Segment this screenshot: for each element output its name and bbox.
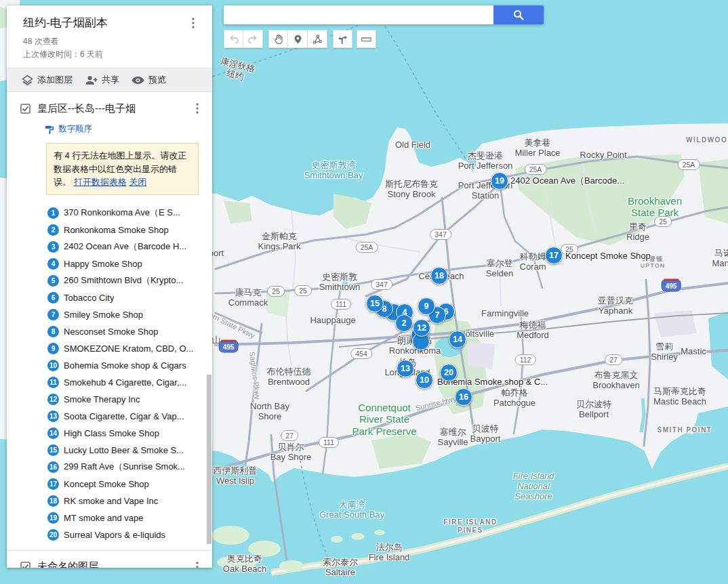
place-name: Koncept Smoke Shop bbox=[64, 479, 149, 489]
draw-line-icon bbox=[312, 34, 323, 45]
directions-button[interactable] bbox=[333, 30, 352, 48]
map-marker[interactable]: 16 bbox=[455, 388, 472, 406]
map-marker[interactable]: 14 bbox=[449, 331, 466, 348]
place-name: 260 Smithtown Blvd（Krypto... bbox=[64, 274, 183, 287]
layer2-menu-button[interactable] bbox=[189, 559, 205, 568]
add-layer-button[interactable]: 添加图层 bbox=[22, 74, 73, 86]
place-number-badge: 7 bbox=[47, 309, 59, 320]
map-marker-number: 17 bbox=[549, 251, 559, 260]
map-marker-number: 13 bbox=[401, 364, 410, 373]
place-number-badge: 14 bbox=[47, 427, 59, 439]
place-list-item[interactable]: 32402 Ocean Ave（Barcode H... bbox=[20, 238, 205, 255]
place-list-item[interactable]: 12Smoke Therapy Inc bbox=[20, 391, 205, 408]
place-number-badge: 3 bbox=[47, 241, 59, 253]
map-menu-button[interactable] bbox=[185, 15, 201, 31]
layer1-name[interactable]: 皇后区--长岛---电子烟 bbox=[37, 102, 189, 115]
place-list-item[interactable]: 11Smokehub 4 Cigarette, Cigar,... bbox=[20, 374, 205, 391]
place-name: Surreal Vapors & e-liquids bbox=[64, 530, 165, 540]
place-list-item[interactable]: 20Surreal Vapors & e-liquids bbox=[20, 526, 205, 543]
place-number-badge: 13 bbox=[47, 411, 59, 422]
map-marker-number: 10 bbox=[420, 375, 429, 385]
place-number-badge: 6 bbox=[47, 292, 59, 304]
pan-icon bbox=[273, 34, 284, 45]
map-marker[interactable]: 17 bbox=[545, 247, 563, 264]
map-marker[interactable]: 18 bbox=[430, 267, 448, 285]
map-marker[interactable]: 15 bbox=[366, 295, 384, 312]
redo-button[interactable] bbox=[243, 30, 263, 48]
place-name: Smiley Smoke Shop bbox=[64, 310, 143, 320]
layer1-checkbox[interactable] bbox=[20, 104, 31, 114]
place-list-item[interactable]: 9SMOKEZONE Kratom, CBD, O... bbox=[20, 340, 205, 357]
paint-roller-icon bbox=[45, 125, 54, 134]
place-number-badge: 10 bbox=[47, 360, 59, 371]
map-marker[interactable]: 9 bbox=[418, 297, 435, 315]
place-list-item[interactable]: 10Bohemia Smoke shop & Cigars bbox=[20, 357, 205, 374]
undo-button[interactable] bbox=[224, 30, 243, 48]
search-input[interactable] bbox=[224, 5, 493, 24]
search-icon bbox=[513, 9, 524, 20]
person-add-icon bbox=[85, 75, 98, 85]
place-list-item[interactable]: 16299 Raft Ave（Sunrise Smok... bbox=[20, 459, 205, 476]
map-marker-number: 14 bbox=[453, 335, 462, 344]
search-button[interactable] bbox=[493, 5, 544, 24]
place-list: 1370 Ronkonkoma Ave（E S...2Ronkonkoma Sm… bbox=[20, 205, 205, 543]
place-list-item[interactable]: 13Soota Cigarette, Cigar & Vap... bbox=[20, 408, 205, 425]
map-marker[interactable]: 19 bbox=[491, 172, 508, 190]
map-marker-number: 19 bbox=[495, 176, 504, 186]
map-marker[interactable]: 2 bbox=[395, 314, 413, 332]
place-name: Tobacco City bbox=[64, 293, 114, 303]
map-marker-number: 12 bbox=[417, 323, 426, 333]
place-name: 299 Raft Ave（Sunrise Smok... bbox=[64, 461, 185, 473]
place-list-item[interactable]: 15Lucky Lotto Beer & Smoke S... bbox=[20, 442, 205, 459]
place-number-badge: 20 bbox=[47, 529, 59, 541]
layer-style-link[interactable]: 数字顺序 bbox=[45, 123, 205, 135]
place-list-item[interactable]: 8Nesconset Smoke Shop bbox=[20, 323, 205, 340]
place-list-item[interactable]: 17Koncept Smoke Shop bbox=[20, 476, 205, 493]
add-marker-button[interactable] bbox=[288, 30, 308, 48]
place-number-badge: 19 bbox=[47, 512, 59, 524]
place-number-badge: 4 bbox=[47, 258, 59, 270]
draw-line-button[interactable] bbox=[308, 30, 327, 48]
place-list-item[interactable]: 4Happy Smoke Shop bbox=[20, 255, 205, 272]
map-title[interactable]: 纽约-电子烟副本 bbox=[23, 15, 108, 30]
pan-tool-button[interactable] bbox=[268, 30, 288, 48]
place-number-badge: 17 bbox=[47, 478, 59, 490]
map-marker[interactable]: 12 bbox=[413, 319, 430, 337]
place-number-badge: 16 bbox=[47, 461, 59, 473]
place-list-item[interactable]: 2Ronkonkoma Smoke Shop bbox=[20, 222, 205, 238]
layer2-name[interactable]: 未命名的图层 bbox=[37, 560, 189, 568]
panel-scrollbar-thumb[interactable] bbox=[207, 375, 211, 544]
place-list-item[interactable]: 1370 Ronkonkoma Ave（E S... bbox=[20, 205, 205, 222]
place-name: High Class Smoke Shop bbox=[64, 428, 159, 438]
open-data-table-link[interactable]: 打开数据表格 bbox=[74, 177, 127, 187]
place-list-item[interactable]: 19MT smoke and vape bbox=[20, 509, 205, 526]
side-panel: 纽约-电子烟副本 48 次查看 上次修改时间：6 天前 添加图层 bbox=[7, 5, 212, 568]
place-list-item[interactable]: 7Smiley Smoke Shop bbox=[20, 306, 205, 323]
map-toolbar bbox=[224, 30, 382, 48]
actions-bar: 添加图层 共享 预览 bbox=[7, 68, 212, 92]
measure-button[interactable] bbox=[357, 30, 376, 48]
share-button[interactable]: 共享 bbox=[85, 74, 119, 86]
map-marker-number: 16 bbox=[459, 392, 468, 402]
layers-icon bbox=[22, 75, 33, 86]
place-name: Bohemia Smoke shop & Cigars bbox=[64, 360, 186, 371]
map-marker-number: 18 bbox=[434, 271, 444, 280]
place-name: 370 Ronkonkoma Ave（E S... bbox=[64, 207, 180, 219]
dismiss-warning-link[interactable]: 关闭 bbox=[129, 177, 146, 187]
place-list-item[interactable]: 5260 Smithtown Blvd（Krypto... bbox=[20, 272, 205, 289]
search-bar bbox=[224, 5, 544, 24]
place-list-item[interactable]: 14High Class Smoke Shop bbox=[20, 425, 205, 442]
add-marker-icon bbox=[293, 34, 303, 45]
place-number-badge: 18 bbox=[47, 495, 59, 507]
map-marker[interactable]: 13 bbox=[397, 360, 414, 377]
layer1-menu-button[interactable] bbox=[189, 100, 205, 117]
view-count: 48 次查看 bbox=[23, 35, 201, 48]
map-marker[interactable]: 10 bbox=[416, 371, 433, 389]
map-marker[interactable]: 20 bbox=[440, 364, 458, 381]
redo-icon bbox=[247, 34, 258, 45]
place-list-item[interactable]: 6Tobacco City bbox=[20, 289, 205, 306]
place-number-badge: 12 bbox=[47, 394, 59, 405]
layer2-checkbox[interactable] bbox=[20, 562, 31, 568]
place-list-item[interactable]: 18RK smoke and Vape Inc bbox=[20, 493, 205, 509]
preview-button[interactable]: 预览 bbox=[132, 74, 166, 86]
